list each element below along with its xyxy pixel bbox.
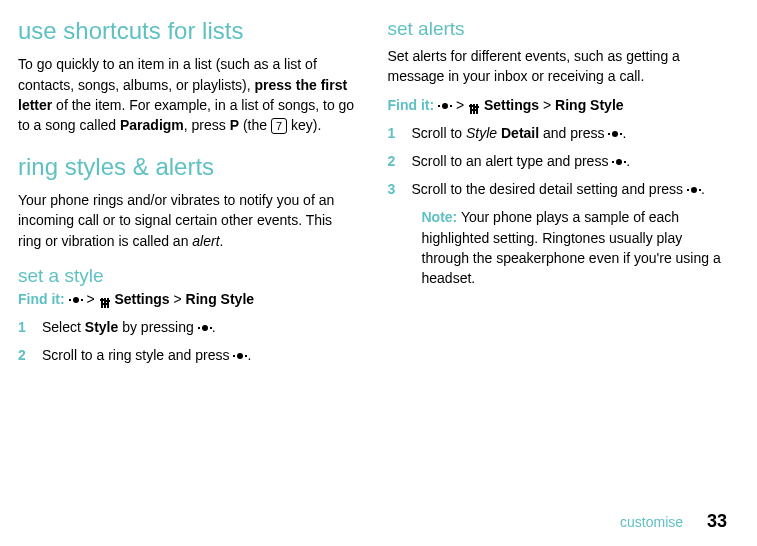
svg-rect-11 [475, 106, 479, 108]
shortcuts-paragraph: To go quickly to an item in a list (such… [18, 54, 358, 135]
settings-icon [99, 294, 111, 306]
find-it-path-left: Find it: > Settings > Ring Style [18, 291, 358, 307]
find-it-path-right: Find it: > Settings > Ring Style [388, 97, 728, 113]
nav-key-icon [438, 101, 452, 111]
footer: customise 33 [620, 511, 727, 532]
text: . [220, 233, 224, 249]
text: key). [287, 117, 321, 133]
step-2-left: 2Scroll to a ring style and press . [18, 345, 358, 365]
text: (the [239, 117, 271, 133]
text-bold: Paradigm [120, 117, 184, 133]
heading-set-a-style: set a style [18, 265, 358, 287]
text-italic: alert [192, 233, 219, 249]
path-settings: Settings [484, 97, 539, 113]
step-number: 2 [18, 345, 42, 365]
step-1-left: 1Select Style by pressing . [18, 317, 358, 337]
svg-rect-2 [107, 298, 109, 308]
gt: > [543, 97, 551, 113]
nav-key-icon [612, 157, 626, 167]
page: use shortcuts for lists To go quickly to… [0, 0, 757, 373]
left-column: use shortcuts for lists To go quickly to… [18, 18, 358, 373]
svg-rect-4 [103, 303, 107, 305]
note-paragraph: Note: Your phone plays a sample of each … [388, 207, 728, 288]
text: . [247, 347, 251, 363]
text: Scroll to the desired detail setting and… [412, 181, 688, 197]
text: , press [184, 117, 230, 133]
text: . [701, 181, 705, 197]
path-ring-style: Ring Style [555, 97, 623, 113]
text: . [622, 125, 626, 141]
text: Your phone rings and/or vibrates to noti… [18, 192, 334, 249]
path-settings: Settings [114, 291, 169, 307]
svg-rect-10 [472, 109, 476, 111]
step-number: 1 [388, 123, 412, 143]
gt: > [456, 97, 464, 113]
step-number: 1 [18, 317, 42, 337]
step-2-right: 2Scroll to an alert type and press . [388, 151, 728, 171]
text-bold: Detail [497, 125, 539, 141]
text: and press [539, 125, 608, 141]
nav-key-icon [608, 129, 622, 139]
footer-section-name: customise [620, 514, 683, 530]
text-bold: Style [85, 319, 118, 335]
text: Your phone plays a sample of each highli… [422, 209, 721, 286]
ring-paragraph: Your phone rings and/or vibrates to noti… [18, 190, 358, 251]
nav-key-icon [198, 323, 212, 333]
right-column: set alerts Set alerts for different even… [388, 18, 728, 373]
gt: > [174, 291, 182, 307]
svg-rect-5 [106, 300, 110, 302]
note-label: Note: [422, 209, 458, 225]
nav-key-icon [233, 351, 247, 361]
page-number: 33 [707, 511, 727, 531]
alerts-paragraph: Set alerts for different events, such as… [388, 46, 728, 87]
keycap-7: 7 [271, 118, 287, 134]
step-number: 2 [388, 151, 412, 171]
text: Scroll to a ring style and press [42, 347, 233, 363]
step-1-right: 1Scroll to Style Detail and press . [388, 123, 728, 143]
step-number: 3 [388, 179, 412, 199]
text: Select [42, 319, 85, 335]
text: Scroll to [412, 125, 466, 141]
text: by pressing [118, 319, 197, 335]
settings-icon [468, 100, 480, 112]
path-ring-style: Ring Style [186, 291, 254, 307]
text-bold: P [230, 117, 239, 133]
find-it-label: Find it: [18, 291, 65, 307]
find-it-label: Find it: [388, 97, 435, 113]
svg-rect-3 [100, 299, 104, 301]
heading-use-shortcuts: use shortcuts for lists [18, 18, 358, 44]
nav-key-icon [687, 185, 701, 195]
step-3-right: 3Scroll to the desired detail setting an… [388, 179, 728, 199]
text: Scroll to an alert type and press [412, 153, 613, 169]
nav-key-icon [69, 295, 83, 305]
text: . [626, 153, 630, 169]
text: . [212, 319, 216, 335]
gt: > [86, 291, 94, 307]
svg-rect-9 [469, 105, 473, 107]
heading-set-alerts: set alerts [388, 18, 728, 40]
text-italic: Style [466, 125, 497, 141]
heading-ring-styles: ring styles & alerts [18, 154, 358, 180]
svg-rect-8 [476, 104, 478, 114]
